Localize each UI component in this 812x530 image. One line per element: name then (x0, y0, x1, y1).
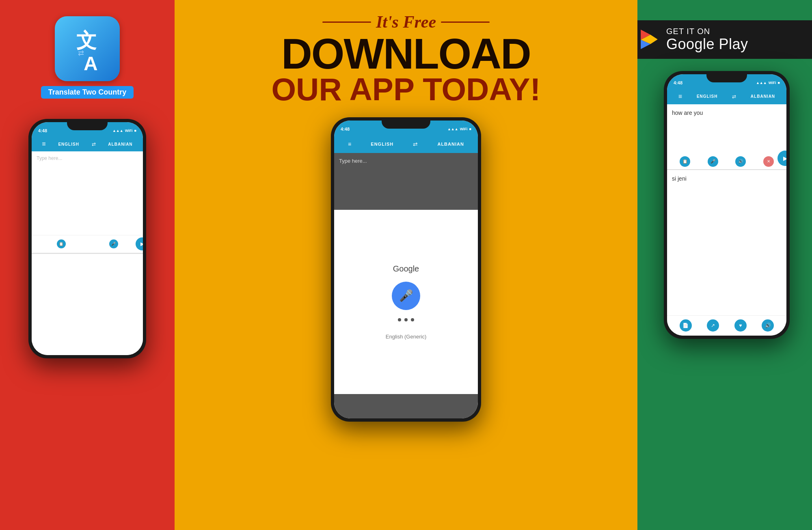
app-name-label: Translate Two Country (41, 86, 134, 99)
phone-notch-center (382, 117, 430, 129)
its-free-line: It's Free (271, 12, 540, 32)
phone-notch (67, 119, 108, 130)
right-clipboard-btn[interactable]: 📋 (680, 156, 690, 167)
google-play-icon (639, 29, 660, 50)
right-input-area[interactable]: how are you 📋 🎤 🔊 ✕ ▶ (667, 104, 786, 169)
right-menu-icon[interactable]: ≡ (678, 93, 682, 100)
dot1 (398, 318, 401, 321)
center-lang-to[interactable]: ALBANIAN (437, 142, 464, 147)
right-phone-screen: 4:48 ▲▲▲ WiFi ■ ≡ ENGLISH ⇄ ALBANIAN how… (667, 74, 786, 336)
our-app-today: OUR APP TODAY! (271, 73, 540, 105)
center-wifi-icon: WiFi (460, 127, 468, 131)
input-placeholder: Type here... (37, 155, 62, 161)
translate-input-area[interactable]: Type here... 📋 🎤 ▶ (32, 151, 143, 253)
left-panel: 文 ⇄ A Translate Two Country 4:48 ▲▲▲ WiF… (0, 0, 175, 530)
dot2 (404, 318, 408, 321)
right-wifi-icon: WiFi (769, 81, 776, 85)
right-battery-icon: ■ (778, 81, 780, 85)
center-status-time: 4:48 (341, 127, 350, 131)
center-status-icons: ▲▲▲ WiFi ■ (447, 127, 471, 131)
right-send-btn[interactable]: ▶ (777, 151, 786, 166)
get-it-on-label: GET IT ON (666, 27, 748, 36)
svg-text:文: 文 (76, 29, 97, 52)
translator-toolbar: ≡ ENGLISH ⇄ ALBANIAN (32, 137, 143, 151)
center-dark-input[interactable]: Type here... (334, 153, 478, 210)
svg-text:⇄: ⇄ (78, 49, 84, 57)
right-phone-mockup: 4:48 ▲▲▲ WiFi ■ ≡ ENGLISH ⇄ ALBANIAN how… (664, 71, 790, 339)
signal-icon: ▲▲▲ (112, 129, 123, 133)
right-status-icons: ▲▲▲ WiFi ■ (756, 81, 780, 85)
right-volume-btn[interactable]: 🔊 (762, 319, 774, 332)
google-play-label: Google Play (666, 36, 748, 52)
right-copy-btn[interactable]: 📄 (680, 319, 692, 332)
right-lang-from[interactable]: ENGLISH (697, 94, 717, 99)
right-input-toolbar: 📋 🎤 🔊 ✕ ▶ (667, 156, 786, 167)
google-voice-panel: Google 🎤 English (Generic) (334, 210, 478, 394)
right-panel: GET IT ON Google Play 4:48 ▲▲▲ WiFi ■ ≡ … (637, 0, 812, 530)
phone-notch-right (706, 71, 747, 82)
clipboard-btn[interactable]: 📋 (57, 239, 66, 248)
send-btn[interactable]: ▶ (136, 237, 143, 250)
center-phone-mockup: 4:48 ▲▲▲ WiFi ■ ≡ ENGLISH ⇄ ALBANIAN Typ… (331, 117, 481, 422)
left-phone-screen: 4:48 ▲▲▲ WiFi ■ ≡ ENGLISH ⇄ ALBANIAN Typ… (32, 122, 143, 355)
right-share-bar: 📄 ↗ ♥ 🔊 (667, 315, 786, 336)
right-status-time: 4:48 (674, 80, 682, 85)
lang-to-label[interactable]: ALBANIAN (108, 142, 132, 147)
right-mic-btn[interactable]: 🎤 (708, 156, 718, 167)
menu-icon[interactable]: ≡ (42, 140, 45, 148)
right-swap-icon[interactable]: ⇄ (732, 94, 736, 99)
mic-btn[interactable]: 🎤 (109, 239, 118, 248)
listening-language: English (Generic) (386, 334, 426, 340)
mic-btn-large[interactable]: 🎤 (392, 282, 420, 310)
right-translator-toolbar: ≡ ENGLISH ⇄ ALBANIAN (667, 89, 786, 104)
app-icon-section: 文 ⇄ A Translate Two Country (41, 16, 134, 99)
google-text: Google (393, 264, 419, 274)
translate-output-area (32, 254, 143, 355)
google-play-text: GET IT ON Google Play (666, 27, 748, 52)
status-icons: ▲▲▲ WiFi ■ (112, 129, 136, 133)
center-headline: It's Free DOWNLOAD OUR APP TODAY! (271, 12, 540, 105)
lang-from-label[interactable]: ENGLISH (58, 142, 79, 147)
center-panel: It's Free DOWNLOAD OUR APP TODAY! 4:48 ▲… (175, 0, 637, 530)
left-line (322, 22, 371, 23)
battery-icon: ■ (134, 129, 136, 133)
center-menu-icon[interactable]: ≡ (348, 141, 351, 147)
its-free-text: It's Free (376, 12, 436, 32)
center-swap-icon[interactable]: ⇄ (413, 141, 418, 147)
dot3 (411, 318, 414, 321)
center-input-placeholder: Type here... (339, 158, 367, 164)
left-phone-mockup: 4:48 ▲▲▲ WiFi ■ ≡ ENGLISH ⇄ ALBANIAN Typ… (28, 119, 146, 358)
center-translator-toolbar: ≡ ENGLISH ⇄ ALBANIAN (334, 135, 478, 153)
wifi-icon: WiFi (125, 129, 133, 133)
right-lang-to[interactable]: ALBANIAN (751, 94, 775, 99)
swap-icon[interactable]: ⇄ (92, 141, 96, 147)
right-line (441, 22, 490, 23)
input-bottom-toolbar: 📋 🎤 ▶ (32, 235, 143, 253)
center-bottom-dark (334, 394, 478, 418)
svg-text:A: A (84, 53, 98, 74)
center-phone-screen: 4:48 ▲▲▲ WiFi ■ ≡ ENGLISH ⇄ ALBANIAN Typ… (334, 121, 478, 418)
app-icon: 文 ⇄ A (55, 16, 120, 81)
center-lang-from[interactable]: ENGLISH (371, 142, 393, 147)
center-battery-icon: ■ (469, 127, 471, 131)
right-output-text: si jeni (672, 175, 687, 182)
loading-dots (398, 318, 414, 321)
right-input-text: how are you (672, 110, 703, 116)
google-play-button[interactable]: GET IT ON Google Play (627, 20, 812, 59)
right-signal-icon: ▲▲▲ (756, 81, 767, 85)
center-signal-icon: ▲▲▲ (447, 127, 458, 131)
status-time: 4:48 (38, 128, 47, 133)
right-output-area: si jeni 📄 ↗ ♥ 🔊 (667, 170, 786, 336)
right-close-btn[interactable]: ✕ (763, 156, 774, 167)
download-text: DOWNLOAD (271, 35, 540, 73)
right-heart-btn[interactable]: ♥ (734, 319, 747, 332)
right-speaker-btn[interactable]: 🔊 (735, 156, 746, 167)
right-share-btn[interactable]: ↗ (707, 319, 719, 332)
